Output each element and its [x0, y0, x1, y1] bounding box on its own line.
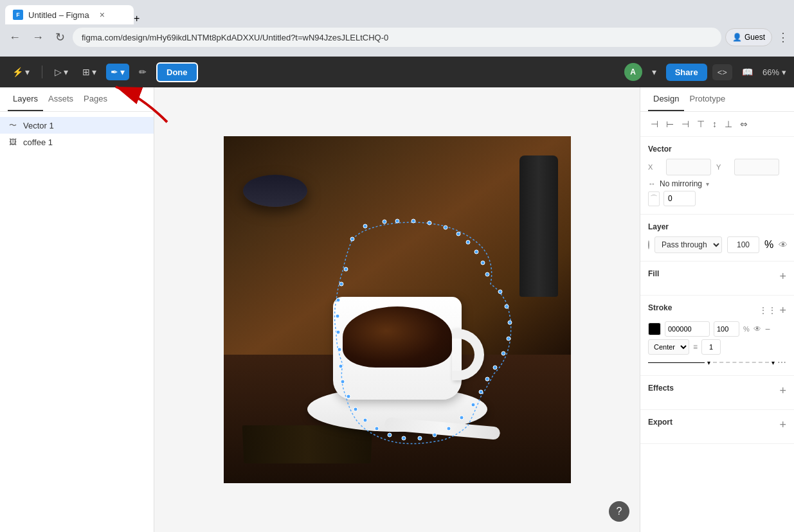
stroke-extra-button[interactable]: ⋯ [777, 357, 786, 368]
effects-header: Effects + [648, 384, 786, 398]
y-input[interactable] [734, 159, 779, 175]
favicon: F [13, 10, 23, 20]
layer-item-coffee[interactable]: 🖼 coffee 1 [0, 134, 154, 150]
line-style-solid [648, 362, 705, 363]
move-tool-button[interactable]: ▷ ▾ [50, 64, 73, 80]
align-left-button[interactable]: ⊣ [648, 117, 661, 131]
svg-point-5 [411, 219, 415, 223]
line-style-arrow[interactable]: ▾ [707, 359, 710, 366]
tab-pages[interactable]: Pages [78, 87, 113, 111]
layer-item-vector1[interactable]: 〜 Vector 1 [0, 117, 154, 134]
cup-body [333, 297, 462, 400]
shape-tool-button[interactable]: ✏ [134, 64, 151, 80]
add-stroke-button[interactable]: + [779, 304, 786, 317]
svg-point-8 [456, 232, 460, 236]
add-fill-button[interactable]: + [779, 270, 786, 283]
pen-tool-button[interactable]: ✒ ▾ [106, 64, 129, 80]
url-input[interactable] [73, 28, 721, 47]
mirror-row: ↔ No mirroring ▾ [648, 179, 786, 188]
stroke-section: Stroke ⋮⋮ + % 👁 − Center ≡ [640, 296, 794, 376]
book-button[interactable]: 📖 [737, 64, 757, 80]
shape-icon: ✏ [139, 67, 147, 77]
svg-point-14 [505, 305, 509, 308]
tool-menu-button[interactable]: ⚡ ▾ [8, 64, 34, 80]
align-top-button[interactable]: ⊤ [694, 117, 707, 131]
share-button[interactable]: Share [666, 64, 707, 81]
frame-tool-button[interactable]: ⊞ ▾ [78, 64, 101, 80]
zoom-button[interactable]: 66% ▾ [762, 67, 786, 77]
stroke-hex-input[interactable] [665, 321, 710, 337]
browser-menu-button[interactable]: ⋮ [777, 30, 789, 44]
code-button[interactable]: <> [712, 64, 732, 80]
vector-section-title: Vector [648, 145, 786, 154]
stroke-weight-input[interactable] [701, 339, 721, 355]
figma-toolbar: ⚡ ▾ ▷ ▾ ⊞ ▾ ✒ ▾ ✏ Done A ▾ Share <> 📖 66… [0, 57, 794, 87]
back-button[interactable]: ← [5, 28, 24, 47]
canvas-content [224, 136, 571, 483]
x-input[interactable] [666, 159, 711, 175]
add-export-button[interactable]: + [779, 418, 786, 432]
browser-actions: 👤 Guest ⋮ [725, 28, 789, 46]
avatar-menu-button[interactable]: ▾ [647, 64, 661, 80]
forward-button[interactable]: → [28, 28, 48, 47]
effects-title: Effects [648, 384, 674, 393]
stroke-color-swatch[interactable] [648, 323, 661, 335]
tab-design[interactable]: Design [648, 87, 684, 111]
export-section: Export + [640, 410, 794, 444]
add-effect-button[interactable]: + [779, 384, 786, 398]
svg-point-4 [395, 219, 399, 223]
line-dash-arrow[interactable]: ▾ [771, 359, 775, 366]
help-button[interactable]: ? [609, 501, 629, 522]
svg-point-7 [444, 226, 447, 229]
zoom-level: 66% [762, 67, 779, 77]
tab-bar: F Untitled – Figma × + [0, 0, 794, 24]
align-bottom-button[interactable]: ⊥ [722, 117, 735, 131]
tab-prototype[interactable]: Prototype [684, 87, 730, 111]
tab-layers[interactable]: Layers [8, 87, 43, 111]
browser-chrome: F Untitled – Figma × + ← → ↻ 👤 Guest ⋮ [0, 0, 794, 57]
align-center-v-button[interactable]: ↕ [710, 117, 719, 131]
profile-button[interactable]: 👤 Guest [725, 28, 772, 46]
distribute-button[interactable]: ⇔ [737, 117, 750, 131]
figma-logo-icon: ⚡ [12, 67, 23, 77]
svg-point-15 [508, 321, 512, 324]
active-browser-tab[interactable]: F Untitled – Figma × [5, 5, 134, 24]
stroke-position-select[interactable]: Center [648, 339, 689, 355]
stroke-visibility-toggle[interactable]: 👁 [753, 324, 761, 333]
corner-radius-icon: ⌒ [648, 191, 660, 206]
align-center-h-button[interactable]: ⊢ [663, 117, 676, 131]
new-tab-button[interactable]: + [134, 13, 140, 24]
mirror-label: No mirroring [660, 179, 702, 188]
stroke-more-button[interactable]: ⋮⋮ [759, 305, 777, 315]
tab-assets[interactable]: Assets [43, 87, 78, 111]
svg-point-2 [363, 224, 367, 228]
opacity-input[interactable] [727, 236, 759, 253]
alignment-row: ⊣ ⊢ ⊣ ⊤ ↕ ⊥ ⇔ [640, 112, 794, 137]
line-style-right: ▾ [713, 359, 775, 366]
stroke-percent: % [743, 325, 750, 333]
svg-point-39 [344, 267, 348, 271]
right-panel-tabs: Design Prototype [640, 87, 794, 112]
user-avatar[interactable]: A [624, 63, 642, 81]
image-icon: 🖼 [8, 137, 18, 147]
corner-radius-input[interactable] [663, 191, 696, 206]
book [242, 425, 372, 463]
coffee-surface [343, 306, 452, 368]
refresh-button[interactable]: ↻ [51, 28, 69, 47]
x-label: X [648, 163, 661, 171]
stroke-remove-button[interactable]: − [765, 324, 770, 334]
layers-list: 〜 Vector 1 🖼 coffee 1 [0, 112, 154, 155]
done-button[interactable]: Done [156, 62, 198, 82]
svg-point-13 [498, 290, 502, 294]
tool-arrow: ▾ [64, 67, 68, 77]
left-panel-tabs: Layers Assets Pages [0, 87, 154, 112]
canvas-area[interactable]: ? [154, 87, 640, 532]
visibility-toggle[interactable]: 👁 [779, 240, 788, 250]
close-tab-button[interactable]: × [100, 10, 105, 20]
pen-icon: ✒ [111, 67, 118, 77]
stroke-align-icon: ≡ [693, 342, 698, 351]
align-right-button[interactable]: ⊣ [679, 117, 692, 131]
zoom-arrow: ▾ [782, 67, 786, 77]
blend-mode-select[interactable]: Pass through [654, 236, 722, 253]
stroke-opacity-input[interactable] [714, 321, 739, 337]
